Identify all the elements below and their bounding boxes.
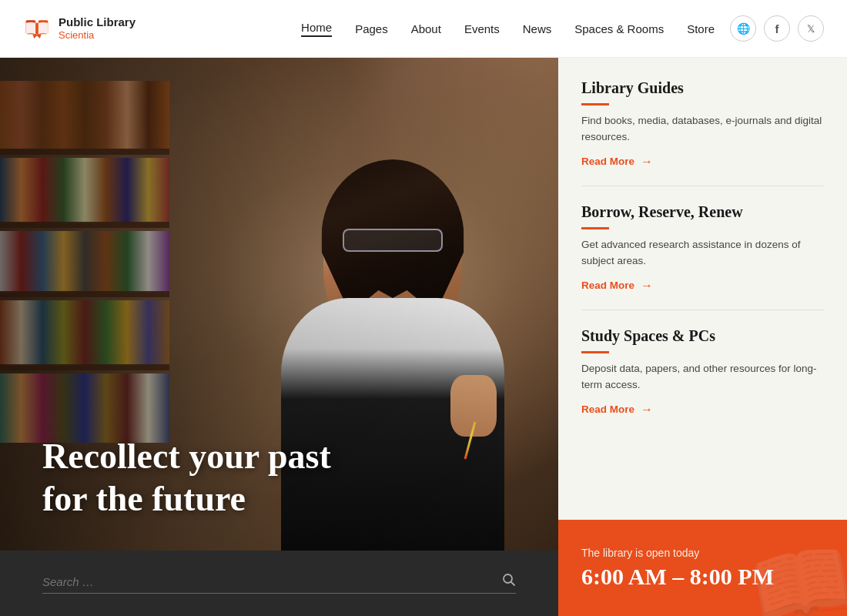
logo-name: Public Library: [59, 15, 136, 29]
guide-item-study-spaces: Study Spaces & PCs Deposit data, papers,…: [581, 327, 824, 417]
guide-desc-3: Deposit data, papers, and other resource…: [581, 361, 824, 393]
read-more-link-1[interactable]: Read More: [581, 155, 824, 169]
globe-icon-button[interactable]: 🌐: [730, 15, 756, 42]
guides-panel: Library Guides Find books, media, databa…: [558, 58, 847, 520]
social-icons: 🌐 f 𝕏: [730, 15, 824, 42]
guide-desc-1: Find books, media, databases, e-journals…: [581, 113, 824, 146]
nav-home[interactable]: Home: [301, 21, 332, 37]
search-submit-button[interactable]: [502, 573, 516, 590]
nav-about[interactable]: About: [411, 22, 441, 35]
nav-store[interactable]: Store: [687, 22, 715, 35]
nav-events[interactable]: Events: [464, 22, 500, 35]
logo-text: Public Library Scientia: [59, 15, 136, 42]
read-more-link-2[interactable]: Read More: [581, 279, 824, 293]
logo-subtitle: Scientia: [59, 29, 136, 42]
header: Public Library Scientia Home Pages About…: [0, 0, 847, 58]
facebook-icon-button[interactable]: f: [764, 15, 790, 42]
guide-accent-1: [581, 103, 609, 105]
twitter-icon-button[interactable]: 𝕏: [798, 15, 824, 42]
right-panel: Library Guides Find books, media, databa…: [558, 58, 847, 616]
logo-icon: [23, 15, 51, 42]
hero-text-block: Recollect your past for the future: [42, 435, 331, 520]
logo[interactable]: Public Library Scientia: [23, 15, 136, 42]
guide-accent-3: [581, 351, 609, 353]
hero-section: Recollect your past for the future: [0, 58, 558, 616]
search-input-wrapper[interactable]: [42, 573, 516, 594]
twitter-icon: 𝕏: [807, 23, 815, 35]
search-input[interactable]: [42, 575, 502, 588]
guide-title-1: Library Guides: [581, 79, 824, 97]
main-content: Recollect your past for the future: [0, 58, 847, 616]
hero-heading-line2: for the future: [42, 479, 246, 518]
hero-heading: Recollect your past for the future: [42, 435, 331, 520]
guide-item-borrow: Borrow, Reserve, Renew Get advanced rese…: [581, 203, 824, 310]
guide-desc-2: Get advanced research assistance in doze…: [581, 237, 824, 270]
hero-image: Recollect your past for the future: [0, 58, 558, 551]
nav-news[interactable]: News: [523, 22, 552, 35]
nav-spaces-rooms[interactable]: Spaces & Rooms: [574, 22, 664, 35]
read-more-link-3[interactable]: Read More: [581, 403, 824, 417]
hours-bg-book-icon: 📖: [742, 534, 847, 616]
hero-heading-line1: Recollect your past: [42, 437, 331, 476]
main-nav: Home Pages About Events News Spaces & Ro…: [301, 21, 715, 37]
search-bar-section: [0, 551, 558, 616]
guide-title-2: Borrow, Reserve, Renew: [581, 203, 824, 221]
guide-title-3: Study Spaces & PCs: [581, 327, 824, 345]
nav-pages[interactable]: Pages: [355, 22, 388, 35]
svg-line-4: [511, 582, 515, 586]
globe-icon: 🌐: [737, 22, 750, 35]
facebook-icon: f: [775, 22, 779, 35]
guide-item-library-guides: Library Guides Find books, media, databa…: [581, 79, 824, 186]
search-icon: [502, 573, 516, 590]
hours-panel: 📖 The library is open today 6:00 AM – 8:…: [558, 520, 847, 616]
guide-accent-2: [581, 227, 609, 229]
